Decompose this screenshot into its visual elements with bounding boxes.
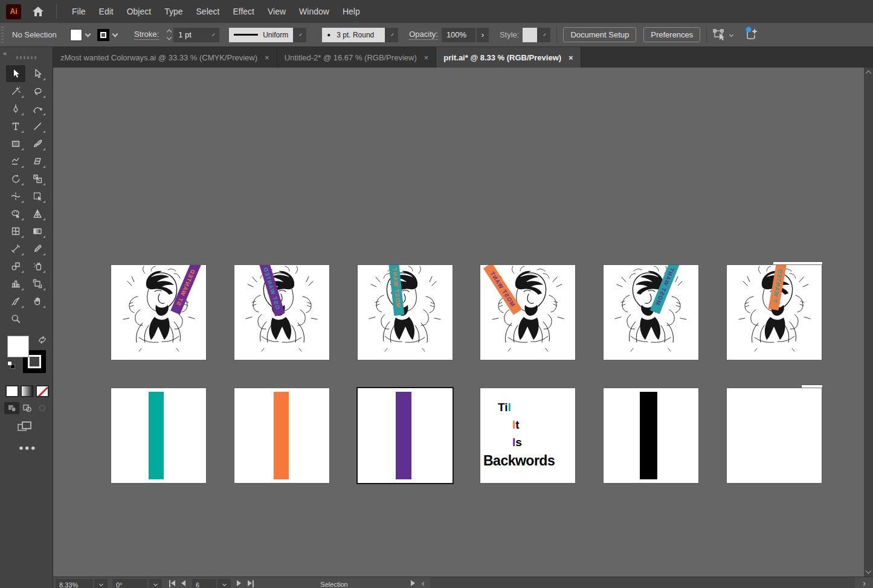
style-chevron[interactable]: [537, 28, 550, 42]
home-button[interactable]: [32, 6, 44, 17]
rotation-field[interactable]: 0°: [112, 579, 147, 588]
artboard-tool[interactable]: [28, 275, 47, 292]
screen-mode-icon[interactable]: [17, 420, 33, 436]
orange-bar[interactable]: [274, 392, 289, 479]
menu-window[interactable]: Window: [292, 3, 336, 20]
swap-fill-stroke-icon[interactable]: [37, 336, 47, 347]
stroke-label[interactable]: Stroke:: [134, 30, 159, 40]
menu-file[interactable]: File: [65, 3, 92, 20]
lasso-tool[interactable]: [28, 83, 47, 100]
artboard-face-6[interactable]: T WANTED: [727, 265, 822, 360]
slice-tool[interactable]: [6, 293, 25, 310]
artboard-number-dropdown[interactable]: [217, 579, 231, 588]
artboard-blank[interactable]: [727, 388, 822, 483]
artboard-teal-bar[interactable]: [111, 388, 206, 483]
shaper-tool[interactable]: [6, 153, 25, 170]
perspective-grid-tool[interactable]: [28, 205, 47, 222]
last-artboard-button[interactable]: [248, 580, 254, 587]
first-artboard-button[interactable]: [169, 580, 175, 587]
opacity-label[interactable]: Opacity:: [409, 30, 438, 40]
mesh-tool[interactable]: [6, 223, 25, 240]
menu-effect[interactable]: Effect: [226, 3, 261, 20]
selection-tool[interactable]: [6, 65, 25, 82]
symbol-sprayer-tool[interactable]: [28, 258, 47, 275]
chevron-down-icon[interactable]: [112, 31, 118, 37]
gradient-button[interactable]: [21, 385, 34, 397]
purple-bar[interactable]: [396, 392, 411, 479]
status-flyout-button[interactable]: [411, 580, 415, 586]
artboard-face-1[interactable]: ST WANTED: [111, 265, 206, 360]
scroll-right-icon[interactable]: ›: [863, 578, 866, 588]
tab-zmost-wanted-colorways[interactable]: zMost wanted Colorways.ai @ 33.33 % (CMY…: [53, 47, 277, 68]
menu-object[interactable]: Object: [120, 3, 158, 20]
scroll-left-icon[interactable]: ‹: [422, 578, 425, 588]
illustrator-logo[interactable]: Ai: [6, 4, 21, 19]
document-setup-button[interactable]: Document Setup: [563, 27, 636, 42]
artboard-typography[interactable]: Til It Is Backwords: [480, 388, 575, 483]
menu-edit[interactable]: Edit: [92, 3, 120, 20]
hand-tool[interactable]: [28, 293, 47, 310]
chevron-down-icon[interactable]: [85, 31, 91, 37]
toolbar-grip[interactable]: [16, 56, 37, 59]
rectangle-tool[interactable]: [6, 135, 25, 152]
draw-inside-button[interactable]: [34, 402, 50, 414]
zoom-tool[interactable]: [6, 310, 25, 327]
pen-tool[interactable]: [6, 100, 25, 117]
close-icon[interactable]: ×: [569, 53, 573, 62]
scale-tool[interactable]: [28, 170, 47, 187]
measure-tool[interactable]: [6, 240, 25, 257]
paintbrush-tool[interactable]: [28, 135, 47, 152]
next-artboard-button[interactable]: [237, 580, 241, 586]
artboard-face-5[interactable]: MOST WANT: [604, 265, 698, 360]
canvas[interactable]: ST WANTED OST WANTED MOST WANT MOST WANT…: [53, 68, 864, 577]
color-button[interactable]: [5, 385, 19, 397]
edit-toolbar-button[interactable]: ●●●: [19, 443, 37, 452]
generative-ai-icon[interactable]: [744, 27, 759, 43]
stroke-weight-stepper[interactable]: [167, 30, 171, 39]
style-swatch[interactable]: [523, 28, 537, 42]
close-icon[interactable]: ×: [265, 53, 269, 62]
panel-grip[interactable]: [1, 27, 4, 43]
fill-swatch[interactable]: [7, 336, 29, 357]
artboard-face-4[interactable]: MOST WANT: [480, 265, 575, 360]
vertical-scrollbar[interactable]: [864, 68, 873, 577]
stroke-color-swatch[interactable]: [97, 29, 109, 41]
black-bar[interactable]: [640, 392, 657, 479]
artboard-face-3[interactable]: MOST WANT: [358, 265, 453, 360]
text-line-2[interactable]: It: [512, 418, 520, 432]
previous-artboard-button[interactable]: [181, 580, 185, 586]
menu-select[interactable]: Select: [190, 3, 227, 20]
zoom-level-dropdown[interactable]: [94, 579, 108, 588]
draw-behind-button[interactable]: [19, 402, 34, 414]
eyedropper-tool[interactable]: [28, 240, 47, 257]
brush-dropdown[interactable]: ● 3 pt. Round: [322, 28, 385, 42]
text-line-1[interactable]: Til: [498, 401, 511, 414]
default-fill-stroke-icon[interactable]: [7, 361, 15, 369]
stroke-weight-field[interactable]: 1 pt: [173, 28, 206, 42]
column-graph-tool[interactable]: [6, 275, 25, 292]
scroll-up-icon[interactable]: [866, 71, 872, 77]
menu-help[interactable]: Help: [336, 3, 367, 20]
draw-normal-button[interactable]: [4, 402, 19, 414]
gradient-tool[interactable]: [28, 223, 47, 240]
shape-builder-tool[interactable]: [6, 205, 25, 222]
fill-color-swatch[interactable]: [70, 29, 82, 41]
rotate-tool[interactable]: [6, 170, 25, 187]
brush-chevron[interactable]: [385, 28, 398, 42]
direct-selection-tool[interactable]: [28, 65, 47, 82]
scroll-down-icon[interactable]: [866, 568, 872, 574]
tab-untitled-2[interactable]: Untitled-2* @ 16.67 % (RGB/Preview) ×: [277, 47, 437, 68]
text-line-4[interactable]: Backwords: [483, 453, 555, 469]
artboard-black-bar[interactable]: [604, 388, 698, 483]
width-profile-dropdown[interactable]: Uniform: [229, 28, 293, 42]
artboard-face-2[interactable]: OST WANTED: [234, 265, 329, 360]
opacity-field[interactable]: 100%: [442, 28, 475, 42]
rotation-dropdown[interactable]: [149, 579, 162, 588]
horizontal-scrollbar[interactable]: [430, 577, 855, 588]
menu-view[interactable]: View: [261, 3, 292, 20]
tab-prit-ai[interactable]: prit.ai* @ 8.33 % (RGB/Preview) ×: [436, 47, 581, 68]
preferences-button[interactable]: Preferences: [643, 27, 700, 42]
menu-type[interactable]: Type: [158, 3, 189, 20]
none-button[interactable]: [36, 385, 49, 397]
close-icon[interactable]: ×: [424, 53, 429, 62]
